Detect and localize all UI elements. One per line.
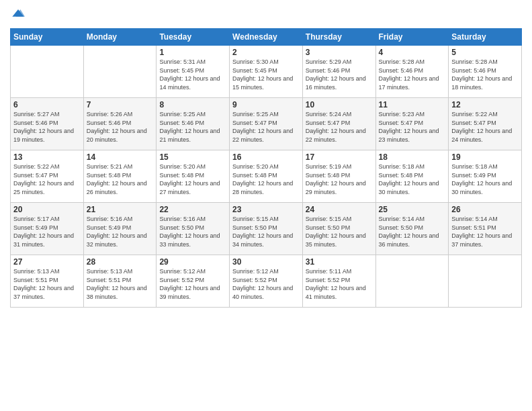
day-cell xyxy=(11,46,84,98)
weekday-header-thursday: Thursday xyxy=(302,29,375,46)
daylight-text: Daylight: 12 hours and 37 minutes. xyxy=(13,284,81,301)
sunrise-text: Sunrise: 5:21 AM xyxy=(87,163,154,171)
sunrise-text: Sunrise: 5:24 AM xyxy=(306,110,373,119)
sunset-text: Sunset: 5:50 PM xyxy=(379,224,446,232)
day-number: 17 xyxy=(306,152,373,162)
day-cell: 11Sunrise: 5:23 AMSunset: 5:47 PMDayligh… xyxy=(375,98,449,150)
day-cell: 12Sunrise: 5:22 AMSunset: 5:47 PMDayligh… xyxy=(449,98,522,150)
day-info: Sunrise: 5:20 AMSunset: 5:48 PMDaylight:… xyxy=(232,163,300,196)
day-info: Sunrise: 5:21 AMSunset: 5:48 PMDaylight:… xyxy=(87,163,154,196)
day-cell: 23Sunrise: 5:15 AMSunset: 5:50 PMDayligh… xyxy=(230,203,303,255)
sunset-text: Sunset: 5:50 PM xyxy=(232,224,300,232)
day-number: 27 xyxy=(13,257,81,267)
daylight-text: Daylight: 12 hours and 41 minutes. xyxy=(306,284,373,301)
daylight-text: Daylight: 12 hours and 14 minutes. xyxy=(159,75,226,91)
sunrise-text: Sunrise: 5:17 AM xyxy=(13,215,81,224)
day-number: 23 xyxy=(232,205,300,214)
sunset-text: Sunset: 5:47 PM xyxy=(232,119,300,128)
sunset-text: Sunset: 5:48 PM xyxy=(232,171,300,180)
sunset-text: Sunset: 5:52 PM xyxy=(306,276,373,285)
day-number: 6 xyxy=(13,100,81,109)
day-number: 9 xyxy=(232,100,300,109)
sunrise-text: Sunrise: 5:15 AM xyxy=(306,215,373,224)
day-cell: 29Sunrise: 5:12 AMSunset: 5:52 PMDayligh… xyxy=(157,255,230,308)
sunset-text: Sunset: 5:50 PM xyxy=(306,224,373,232)
daylight-text: Daylight: 12 hours and 24 minutes. xyxy=(451,127,519,144)
sunset-text: Sunset: 5:51 PM xyxy=(87,276,154,285)
day-cell: 3Sunrise: 5:29 AMSunset: 5:46 PMDaylight… xyxy=(302,46,375,98)
day-number: 5 xyxy=(451,48,519,57)
day-cell: 5Sunrise: 5:28 AMSunset: 5:46 PMDaylight… xyxy=(449,46,522,98)
day-info: Sunrise: 5:22 AMSunset: 5:47 PMDaylight:… xyxy=(451,110,519,144)
sunset-text: Sunset: 5:45 PM xyxy=(159,66,226,75)
daylight-text: Daylight: 12 hours and 28 minutes. xyxy=(232,179,300,196)
daylight-text: Daylight: 12 hours and 40 minutes. xyxy=(232,284,300,301)
day-number: 19 xyxy=(451,152,519,162)
sunrise-text: Sunrise: 5:23 AM xyxy=(379,110,446,119)
sunset-text: Sunset: 5:46 PM xyxy=(379,66,446,75)
daylight-text: Daylight: 12 hours and 30 minutes. xyxy=(451,179,519,196)
sunrise-text: Sunrise: 5:29 AM xyxy=(306,58,373,66)
week-row-1: 1Sunrise: 5:31 AMSunset: 5:45 PMDaylight… xyxy=(11,46,522,98)
day-info: Sunrise: 5:28 AMSunset: 5:46 PMDaylight:… xyxy=(451,58,519,91)
sunset-text: Sunset: 5:47 PM xyxy=(13,171,81,180)
day-number: 16 xyxy=(232,152,300,162)
day-cell: 20Sunrise: 5:17 AMSunset: 5:49 PMDayligh… xyxy=(11,203,84,255)
daylight-text: Daylight: 12 hours and 18 minutes. xyxy=(451,75,519,91)
day-info: Sunrise: 5:16 AMSunset: 5:49 PMDaylight:… xyxy=(87,215,154,248)
sunrise-text: Sunrise: 5:28 AM xyxy=(379,58,446,66)
sunset-text: Sunset: 5:51 PM xyxy=(451,224,519,232)
header xyxy=(10,7,522,23)
day-number: 24 xyxy=(306,205,373,214)
sunrise-text: Sunrise: 5:22 AM xyxy=(13,163,81,171)
day-number: 13 xyxy=(13,152,81,162)
day-cell: 30Sunrise: 5:12 AMSunset: 5:52 PMDayligh… xyxy=(230,255,303,308)
weekday-header-saturday: Saturday xyxy=(449,29,522,46)
day-cell: 9Sunrise: 5:25 AMSunset: 5:47 PMDaylight… xyxy=(230,98,303,150)
day-info: Sunrise: 5:12 AMSunset: 5:52 PMDaylight:… xyxy=(232,267,300,301)
day-number: 21 xyxy=(87,205,154,214)
day-info: Sunrise: 5:20 AMSunset: 5:48 PMDaylight:… xyxy=(159,163,226,196)
sunset-text: Sunset: 5:51 PM xyxy=(13,276,81,285)
day-info: Sunrise: 5:22 AMSunset: 5:47 PMDaylight:… xyxy=(13,163,81,196)
daylight-text: Daylight: 12 hours and 32 minutes. xyxy=(87,232,154,248)
sunrise-text: Sunrise: 5:20 AM xyxy=(232,163,300,171)
sunrise-text: Sunrise: 5:16 AM xyxy=(159,215,226,224)
daylight-text: Daylight: 12 hours and 20 minutes. xyxy=(87,127,154,144)
sunset-text: Sunset: 5:46 PM xyxy=(159,119,226,128)
sunrise-text: Sunrise: 5:14 AM xyxy=(379,215,446,224)
sunrise-text: Sunrise: 5:25 AM xyxy=(232,110,300,119)
day-info: Sunrise: 5:23 AMSunset: 5:47 PMDaylight:… xyxy=(379,110,446,144)
sunset-text: Sunset: 5:46 PM xyxy=(451,66,519,75)
sunset-text: Sunset: 5:48 PM xyxy=(87,171,154,180)
day-info: Sunrise: 5:25 AMSunset: 5:46 PMDaylight:… xyxy=(159,110,226,144)
day-info: Sunrise: 5:13 AMSunset: 5:51 PMDaylight:… xyxy=(13,267,81,301)
day-number: 29 xyxy=(159,257,226,267)
sunset-text: Sunset: 5:49 PM xyxy=(451,171,519,180)
day-info: Sunrise: 5:25 AMSunset: 5:47 PMDaylight:… xyxy=(232,110,300,144)
day-cell: 13Sunrise: 5:22 AMSunset: 5:47 PMDayligh… xyxy=(11,150,84,203)
sunset-text: Sunset: 5:48 PM xyxy=(159,171,226,180)
weekday-header-friday: Friday xyxy=(375,29,449,46)
sunset-text: Sunset: 5:47 PM xyxy=(306,119,373,128)
sunrise-text: Sunrise: 5:12 AM xyxy=(232,267,300,276)
day-number: 12 xyxy=(451,100,519,109)
weekday-header-monday: Monday xyxy=(83,29,157,46)
day-number: 25 xyxy=(379,205,446,214)
daylight-text: Daylight: 12 hours and 23 minutes. xyxy=(379,127,446,144)
day-cell: 27Sunrise: 5:13 AMSunset: 5:51 PMDayligh… xyxy=(11,255,84,308)
day-info: Sunrise: 5:19 AMSunset: 5:48 PMDaylight:… xyxy=(306,163,373,196)
sunrise-text: Sunrise: 5:20 AM xyxy=(159,163,226,171)
sunset-text: Sunset: 5:48 PM xyxy=(306,171,373,180)
day-info: Sunrise: 5:11 AMSunset: 5:52 PMDaylight:… xyxy=(306,267,373,301)
week-row-3: 13Sunrise: 5:22 AMSunset: 5:47 PMDayligh… xyxy=(11,150,522,203)
week-row-5: 27Sunrise: 5:13 AMSunset: 5:51 PMDayligh… xyxy=(11,255,522,308)
day-cell: 25Sunrise: 5:14 AMSunset: 5:50 PMDayligh… xyxy=(375,203,449,255)
sunset-text: Sunset: 5:50 PM xyxy=(159,224,226,232)
sunrise-text: Sunrise: 5:22 AM xyxy=(451,110,519,119)
sunrise-text: Sunrise: 5:27 AM xyxy=(13,110,81,119)
sunrise-text: Sunrise: 5:13 AM xyxy=(87,267,154,276)
day-info: Sunrise: 5:29 AMSunset: 5:46 PMDaylight:… xyxy=(306,58,373,91)
day-number: 30 xyxy=(232,257,300,267)
day-cell: 15Sunrise: 5:20 AMSunset: 5:48 PMDayligh… xyxy=(157,150,230,203)
